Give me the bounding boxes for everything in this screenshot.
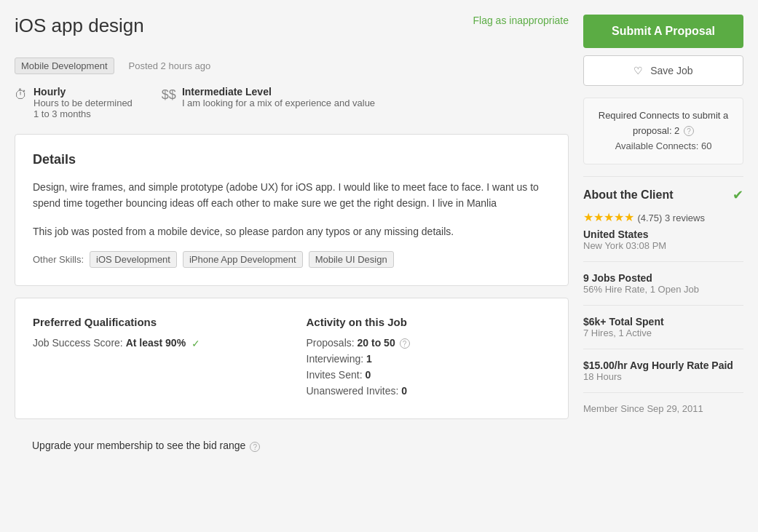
- client-rating-text: (4.75) 3 reviews: [637, 213, 705, 223]
- total-spent-stat: $6k+ Total Spent 7 Hires, 1 Active: [583, 316, 743, 338]
- upgrade-membership-row: Upgrade your membership to see the bid r…: [15, 431, 569, 460]
- total-spent-label: $6k+ Total Spent: [583, 316, 743, 327]
- interviewing-label: Interviewing:: [307, 353, 364, 365]
- about-client-title: About the Client: [583, 188, 674, 202]
- invites-sent-row: Invites Sent: 0: [307, 369, 551, 381]
- upgrade-text: Upgrade your membership to see the bid r…: [32, 440, 245, 451]
- clock-icon: ⏱: [15, 87, 28, 103]
- activity-qualifications-card: Preferred Qualifications Job Success Sco…: [15, 298, 569, 419]
- qualifications-title: Preferred Qualifications: [33, 316, 277, 328]
- skill-tag-mobile-ui[interactable]: Mobile UI Design: [309, 251, 394, 268]
- proposals-label: Proposals:: [307, 337, 355, 349]
- save-job-button[interactable]: ♡ Save Job: [583, 55, 743, 86]
- skill-tag-ios-dev[interactable]: iOS Development: [90, 251, 177, 268]
- skill-tag-iphone-app[interactable]: iPhone App Development: [183, 251, 303, 268]
- heart-icon: ♡: [633, 65, 643, 76]
- about-client-header: About the Client ✔: [583, 187, 743, 203]
- submit-proposal-button[interactable]: Submit A Proposal: [583, 15, 743, 48]
- dollar-icon: $$: [162, 87, 176, 103]
- connects-available-text: Available Connects: 60: [594, 139, 733, 154]
- total-spent-detail: 7 Hires, 1 Active: [583, 327, 743, 338]
- posted-time: Posted 2 hours ago: [129, 60, 211, 71]
- sidebar-divider-3: [583, 305, 743, 306]
- proposals-row: Proposals: 20 to 50 ?: [307, 337, 551, 349]
- sidebar-divider-2: [583, 261, 743, 262]
- job-type-sub2: 1 to 3 months: [33, 108, 133, 119]
- save-job-label: Save Job: [650, 65, 692, 76]
- connects-box: Required Connects to submit a proposal: …: [583, 98, 743, 164]
- unanswered-value: 0: [401, 385, 407, 397]
- proposals-help-icon[interactable]: ?: [400, 338, 410, 349]
- description-paragraph-2: This job was posted from a mobile device…: [33, 223, 550, 239]
- check-circle-icon: ✓: [192, 338, 200, 349]
- job-type-sub1: Hours to be determined: [33, 98, 133, 108]
- activity-section: Activity on this Job Proposals: 20 to 50…: [307, 316, 551, 401]
- activity-title: Activity on this Job: [307, 316, 551, 328]
- job-info-row: ⏱ Hourly Hours to be determined 1 to 3 m…: [15, 86, 569, 119]
- client-country-row: United States New York 03:08 PM: [583, 229, 743, 251]
- job-success-label: Job Success Score:: [33, 337, 123, 349]
- interviewing-value: 1: [366, 353, 372, 365]
- job-type-label: Hourly: [33, 86, 133, 98]
- job-level-item: $$ Intermediate Level I am looking for a…: [162, 86, 375, 119]
- connects-required-text: Required Connects to submit a proposal: …: [594, 108, 733, 139]
- upgrade-help-icon[interactable]: ?: [250, 442, 260, 452]
- job-title: iOS app design: [15, 15, 144, 37]
- job-level-sub: I am looking for a mix of experience and…: [182, 98, 375, 108]
- connects-help-icon[interactable]: ?: [684, 126, 694, 136]
- sidebar: Submit A Proposal ♡ Save Job Required Co…: [583, 15, 743, 461]
- client-city-time: New York 03:08 PM: [583, 240, 743, 251]
- job-success-row: Job Success Score: At least 90% ✓: [33, 337, 277, 349]
- jobs-posted-detail: 56% Hire Rate, 1 Open Job: [583, 284, 743, 295]
- invites-sent-value: 0: [365, 369, 371, 381]
- invites-sent-label: Invites Sent:: [307, 369, 363, 381]
- avg-rate-label: $15.00/hr Avg Hourly Rate Paid: [583, 360, 743, 371]
- verified-checkmark-icon: ✔: [733, 187, 743, 203]
- flag-inappropriate-link[interactable]: Flag as inappropriate: [473, 15, 569, 26]
- interviewing-row: Interviewing: 1: [307, 353, 551, 365]
- jobs-posted-label: 9 Jobs Posted: [583, 272, 743, 284]
- about-client-section: About the Client ✔ ★★★★★ (4.75) 3 review…: [583, 187, 743, 414]
- member-since-text: Member Since Sep 29, 2011: [583, 403, 743, 414]
- job-meta-row: Mobile Development Posted 2 hours ago: [15, 57, 569, 74]
- details-card: Details Design, wire frames, and simple …: [15, 134, 569, 286]
- avg-rate-stat: $15.00/hr Avg Hourly Rate Paid 18 Hours: [583, 360, 743, 382]
- client-country: United States: [583, 229, 743, 240]
- job-success-value: At least 90%: [126, 337, 186, 349]
- proposals-value: 20 to 50: [358, 337, 395, 349]
- description-paragraph-1: Design, wire frames, and simple prototyp…: [33, 179, 550, 212]
- sidebar-divider-1: [583, 176, 743, 177]
- sidebar-divider-5: [583, 392, 743, 393]
- preferred-qualifications-section: Preferred Qualifications Job Success Sco…: [33, 316, 277, 401]
- category-badge[interactable]: Mobile Development: [15, 57, 114, 74]
- details-title: Details: [33, 152, 550, 167]
- other-skills-row: Other Skills: iOS Development iPhone App…: [33, 251, 550, 268]
- unanswered-invites-row: Unanswered Invites: 0: [307, 385, 551, 397]
- other-skills-label: Other Skills:: [33, 254, 84, 265]
- sidebar-divider-4: [583, 349, 743, 349]
- job-level-label: Intermediate Level: [182, 86, 375, 98]
- client-stars: ★★★★★ (4.75) 3 reviews: [583, 210, 743, 224]
- client-reviews: 3 reviews: [665, 213, 705, 223]
- jobs-posted-stat: 9 Jobs Posted 56% Hire Rate, 1 Open Job: [583, 272, 743, 295]
- avg-rate-detail: 18 Hours: [583, 371, 743, 382]
- job-type-item: ⏱ Hourly Hours to be determined 1 to 3 m…: [15, 86, 133, 119]
- unanswered-label: Unanswered Invites:: [307, 385, 399, 397]
